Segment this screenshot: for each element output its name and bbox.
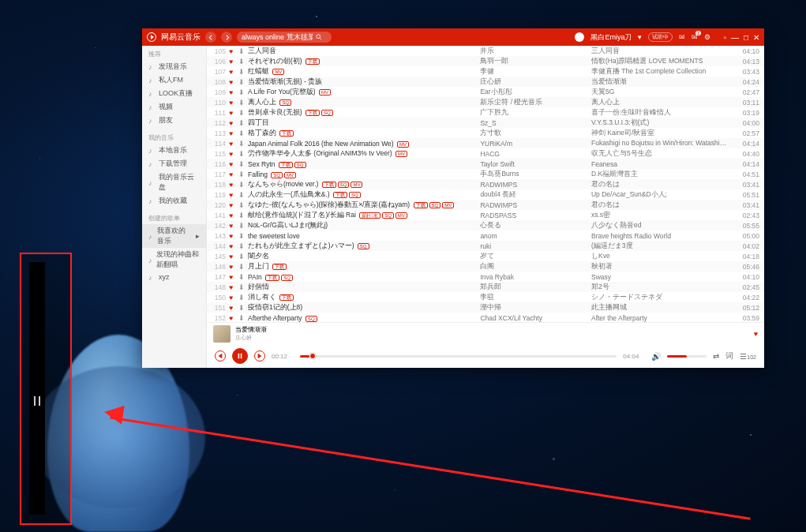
download-icon[interactable]: ⬇ [238,212,248,219]
playlist-button[interactable]: ☰102 [740,352,756,361]
download-icon[interactable]: ⬇ [238,140,248,148]
heart-icon[interactable]: ♥ [229,150,238,158]
download-icon[interactable]: ⬇ [238,119,248,127]
track-row[interactable]: 120♥⬇なゆた-彼(なんちゃら)(探徐)春動五×/直楽(嘉ねyam) 下载SQ… [207,200,764,210]
download-icon[interactable]: ⬇ [238,78,248,86]
heart-icon[interactable]: ♥ [229,109,238,117]
download-icon[interactable]: ⬇ [238,314,248,322]
user-avatar[interactable] [575,32,584,42]
track-row[interactable]: 144♥⬇たれもが此生立まずと(よ)ハマー) SQruki(編這だま3度04:0… [207,241,764,251]
sidebar-item[interactable]: ♪xyz [142,272,206,283]
track-row[interactable]: 111♥⬇曾则卓卡良(无损) 下载SQ广下胜九喜子一份:生味叶音峰情人03:19 [207,107,764,118]
sidebar-item[interactable]: ♪我的收藏 [142,194,206,208]
track-row[interactable]: 142♥⬇NoL-Gr/G高いLJまr(無此j) 心長る八少なく熱音ed05:5… [207,220,764,230]
heart-icon[interactable]: ♥ [229,304,238,312]
heart-icon[interactable]: ♥ [229,222,238,230]
heart-icon[interactable]: ♥ [229,99,238,107]
track-row[interactable]: 152♥⬇Afterthe Afterparty SQChad XCX/Lil … [207,313,764,322]
track-row[interactable]: 110♥⬇离人心上 SQ新乐尘符 / 橙光音乐离人心上03:11 [207,97,764,107]
minimize-button[interactable]: — [731,33,739,42]
username-label[interactable]: 黑白Emiya刀 [590,32,632,43]
heart-icon[interactable]: ♥ [229,314,238,322]
heart-icon[interactable]: ♥ [229,181,238,189]
volume-icon[interactable]: 🔊 [651,352,661,361]
download-icon[interactable]: ⬇ [238,150,248,158]
track-row[interactable]: 141♥⬇献给(意作仙統)(ド混了名)/长編 Rai 探針↓名SQMVRADSP… [207,210,764,220]
track-list[interactable]: 105♥⬇三人同音 井乐三人同音04:10106♥⬇それぞれの朝(初) 下载鳥羽… [207,46,764,322]
download-icon[interactable]: ⬇ [238,170,248,178]
sidebar-item[interactable]: ♪发现的神曲和新翻唱 [142,248,206,272]
sidebar-item[interactable]: ♪朋友 [142,114,206,127]
sidebar-item[interactable]: ♪发现音乐 [142,60,206,73]
track-row[interactable]: 145♥⬇闇夕名 岁てしKve04:18 [207,251,764,261]
sidebar-item[interactable]: ♪我的音乐云盘 [142,170,206,194]
prev-button[interactable] [215,350,226,362]
heart-icon[interactable]: ♥ [229,78,238,86]
track-row[interactable]: 146♥⬇月上门 下载白阁秋初著05:46 [207,261,764,272]
download-icon[interactable]: ⬇ [238,191,248,199]
track-row[interactable]: 150♥⬇消し有く 下载李驻シノ・テードステネダ04:22 [207,292,764,302]
lyrics-icon[interactable]: 词 [725,350,733,362]
heart-icon[interactable]: ♥ [229,170,238,178]
download-icon[interactable]: ⬇ [238,47,248,55]
download-icon[interactable]: ⬇ [238,304,248,312]
download-icon[interactable]: ⬇ [238,99,248,107]
heart-icon[interactable]: ♥ [229,242,238,250]
maximize-button[interactable]: □ [744,33,748,42]
track-row[interactable]: 117♥⬇Falling SQMV手岛葵BurnsD.K福斯灣首主04:51 [207,169,764,179]
track-row[interactable]: 143♥⬇the sweetest love anomBrave heights… [207,230,764,241]
heart-icon[interactable]: ♥ [229,58,238,66]
download-icon[interactable]: ⬇ [238,242,248,250]
heart-icon[interactable]: ♥ [229,119,238,127]
heart-icon[interactable]: ♥ [229,212,238,219]
heart-icon[interactable]: ♥ [229,160,238,168]
sidebar-item[interactable]: ♪私人FM [142,73,206,87]
heart-icon[interactable]: ♥ [229,201,238,209]
nav-forward-button[interactable] [221,32,232,43]
sidebar-item[interactable]: ♪我喜欢的音乐▸ [142,224,206,248]
download-icon[interactable]: ⬇ [238,263,248,271]
track-row[interactable]: 119♥⬇人の此永生一(爪仙鳥来&.) 下载SQdoubl4 長経Up De/A… [207,189,764,200]
messages-icon[interactable]: ✉1 [692,33,698,41]
download-icon[interactable]: ⬇ [238,129,248,137]
progress-track[interactable] [300,355,617,358]
next-button[interactable] [254,350,265,362]
sidebar-item[interactable]: ♪本地音乐 [142,144,206,157]
download-icon[interactable]: ⬇ [238,273,248,281]
sidebar-item[interactable]: ♪LOOK直播 [142,87,206,100]
heart-icon[interactable]: ♥ [229,273,238,281]
heart-icon[interactable]: ♥ [229,129,238,137]
track-row[interactable]: 116♥⬇Sex Rytn 下载SQTaylor SwiftFeanesa04:… [207,159,764,169]
download-icon[interactable]: ⬇ [238,222,248,230]
download-icon[interactable]: ⬇ [238,109,248,117]
download-icon[interactable]: ⬇ [238,253,248,260]
heart-icon[interactable]: ♥ [229,294,238,302]
download-icon[interactable]: ⬇ [238,58,248,66]
search-input[interactable] [242,33,313,41]
heart-icon[interactable]: ♥ [229,140,238,148]
download-icon[interactable]: ⬇ [238,68,248,76]
download-icon[interactable]: ⬇ [238,294,248,302]
vip-badge[interactable]: 试听中 [648,32,673,42]
track-row[interactable]: 106♥⬇それぞれの朝(初) 下载鳥羽一郎情歌(Ha)原唱精選 LOVE MOM… [207,56,764,66]
track-row[interactable]: 112♥⬇四丁目 Sz_SV.Y.S.3.U.I.3:初(式)04:00 [207,118,764,128]
heart-icon[interactable]: ♥ [229,253,238,260]
track-row[interactable]: 115♥⬇労作物準华令人太多 (Original ANIM3% tv Veer)… [207,148,764,159]
track-row[interactable]: 105♥⬇三人同音 井乐三人同音04:10 [207,46,764,56]
settings-icon[interactable]: ⚙ [704,33,710,41]
track-row[interactable]: 113♥⬇格丁森的 下载方寸歌神剑 Kaine司/秋音室02:57 [207,128,764,138]
track-row[interactable]: 151♥⬇疫情窃1记的(上8) 溼中帰此主播网城05:12 [207,302,764,313]
heart-icon[interactable]: ♥ [229,191,238,199]
track-row[interactable]: 107♥⬇红蜻蜓 MV李健李健直播 The 1st Complete Colle… [207,66,764,77]
heart-icon[interactable]: ♥ [229,88,238,96]
download-icon[interactable]: ⬇ [238,283,248,291]
download-icon[interactable]: ⬇ [238,201,248,209]
track-row[interactable]: 148♥⬇好個情 郑兵郎郑2号02:45 [207,282,764,292]
download-icon[interactable]: ⬇ [238,181,248,189]
heart-icon[interactable]: ♥ [229,47,238,55]
shuffle-icon[interactable]: ⇄ [713,352,719,361]
heart-icon[interactable]: ♥ [229,263,238,271]
track-row[interactable]: 114♥⬇Japan Animal Folk 2016 (the New Ani… [207,138,764,148]
volume-slider[interactable] [667,355,707,358]
track-row[interactable]: 147♥⬇PAIn 下载SQInva RybakSwasy04:10 [207,272,764,282]
